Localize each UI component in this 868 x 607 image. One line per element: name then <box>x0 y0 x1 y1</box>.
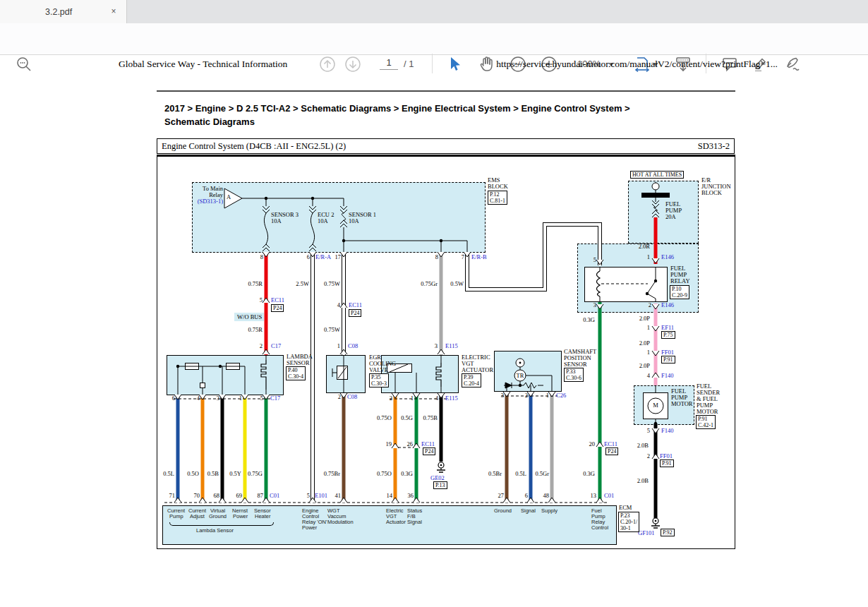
diagram-label: Modulation <box>327 519 354 525</box>
power-bus-bar <box>641 193 670 198</box>
reference-box: P.91 <box>660 459 674 467</box>
diagram-label: Control <box>591 525 608 531</box>
diagram-label: 8 <box>435 254 438 260</box>
diagram-label: RELAY <box>670 278 690 284</box>
reference-line: C.20-9 <box>672 292 687 299</box>
select-tool-icon[interactable] <box>445 54 465 74</box>
diagram-label: 2.5W <box>296 281 309 287</box>
reference-box: P24 <box>423 447 435 455</box>
diagram-label: 41 <box>335 493 342 499</box>
diagram-label: 1 <box>411 395 414 402</box>
reference-box: P24 <box>605 447 618 455</box>
diagram-label: 68 <box>214 493 220 499</box>
diagram-label: 2.0P <box>639 363 650 369</box>
diagram-label: 8 <box>260 254 263 260</box>
diagram-label: C08 <box>347 394 357 400</box>
diagram-label: 1 <box>546 392 549 399</box>
diagram-label: 2 <box>525 392 528 399</box>
diagram-label: 26 <box>407 441 414 447</box>
find-icon[interactable] <box>14 54 34 74</box>
header-rule <box>157 90 735 92</box>
diagram-label: 5 <box>307 493 310 499</box>
er-junction-block-upper <box>628 181 699 244</box>
diagram-label: Ground <box>209 514 227 519</box>
diagram-label: F140 <box>661 428 673 434</box>
resistor <box>226 363 240 370</box>
reference-line: C.42-1 <box>698 422 713 428</box>
page-total: / 1 <box>404 59 414 69</box>
diagram-label: 0.75W <box>324 327 340 333</box>
diagram-label: BLOCK <box>488 184 508 190</box>
diagram-label: E146 <box>661 302 674 308</box>
diagram-label: 6 <box>307 254 310 260</box>
diagram-label: 87 <box>258 493 264 499</box>
diagram-label: 1 <box>647 325 650 331</box>
diagram-label: Actuator <box>386 519 406 525</box>
solenoid <box>337 366 348 380</box>
diagram-label: 5 <box>260 297 263 304</box>
diagram-label: 71 <box>169 493 176 499</box>
diagram-label: Lambda Sensor <box>196 528 234 534</box>
diagram-label: 13 <box>591 493 597 499</box>
reference-line: P.92 <box>663 529 673 536</box>
breadcrumb: 2017 > Engine > D 2.5 TCI-A2 > Schematic… <box>164 103 630 114</box>
diagram-label: TR <box>517 373 524 379</box>
signature-icon[interactable] <box>782 54 802 74</box>
diagram-label: 1 <box>239 395 242 402</box>
reference-box: HOT AT ALL TIMES <box>630 171 684 179</box>
page-number-input[interactable]: 1 <box>380 57 398 70</box>
diagram-label: 2 <box>390 395 392 402</box>
diagram-label: 0.75O <box>377 471 392 477</box>
diagram-label: 2 <box>338 394 341 400</box>
reference-line: C.81-1 <box>490 198 505 204</box>
diagram-label: 0.75R <box>248 281 263 287</box>
diagram-label: 3 <box>217 395 219 402</box>
diagram-label: Power <box>233 514 248 519</box>
reference-line: P24 <box>608 448 616 455</box>
diagram-label: 7 <box>462 254 464 260</box>
diagram-label: 0.5Br <box>488 471 502 477</box>
diagram-label: 3 <box>593 302 596 308</box>
reference-box: P.75 <box>661 331 675 339</box>
reference-box: P24 <box>349 309 361 317</box>
diagram-label: C08 <box>348 343 358 349</box>
diagram-label: SENSOR <box>564 361 587 368</box>
diagram-label: 0.5G <box>401 415 413 421</box>
lambda-sensor-box <box>167 355 284 395</box>
diagram-label: 0.75G <box>248 471 263 477</box>
diagram-label: EF11 <box>661 325 674 331</box>
diagram-label: Adjust <box>190 514 205 519</box>
reference-box: P.23C.20-1/30-1 <box>618 512 639 532</box>
reference-line: P.10 <box>672 286 687 292</box>
diagram-label: C17 <box>271 343 281 349</box>
diagram-label: 10A <box>318 218 328 224</box>
diagram-label: (SD313-1) <box>198 198 223 205</box>
hand-tool-icon[interactable] <box>477 54 497 74</box>
diagram-label: 19 <box>386 441 392 447</box>
page-up-button[interactable] <box>318 54 337 74</box>
reference-line: P.23 <box>620 512 637 519</box>
diagram-label: 1 <box>337 343 340 349</box>
diagram-label: BLOCK <box>701 190 722 196</box>
diagram-label: 5 <box>647 428 650 434</box>
diagram-label: SENSOR <box>287 360 310 366</box>
diagram-label: 20 <box>589 441 596 447</box>
page-down-button[interactable] <box>343 54 363 74</box>
diagram-label: 2.0P <box>639 340 650 347</box>
fuel-pump-relay-box <box>584 267 668 302</box>
reference-line: P.13 <box>435 482 445 488</box>
diagram-label: Heater <box>255 514 271 519</box>
diagram-label: F140 <box>661 373 673 379</box>
diagram-label: Power <box>302 525 317 531</box>
diagram-label: VALVE <box>369 367 388 373</box>
reference-line: 30-1 <box>620 525 637 531</box>
reference-line: P.91 <box>698 416 713 422</box>
tab-close-icon[interactable]: × <box>108 6 119 17</box>
diagram-label: 0.75B <box>423 415 438 421</box>
diagram-label: Pump <box>169 514 183 519</box>
diagram-label: 0.3G <box>583 317 595 323</box>
reference-box: P.12C.81-1 <box>488 191 507 205</box>
diagram-label: E115 <box>445 343 458 349</box>
pdf-tab[interactable]: 3.2.pdf × <box>0 0 127 23</box>
reference-line: P.91 <box>662 460 672 467</box>
